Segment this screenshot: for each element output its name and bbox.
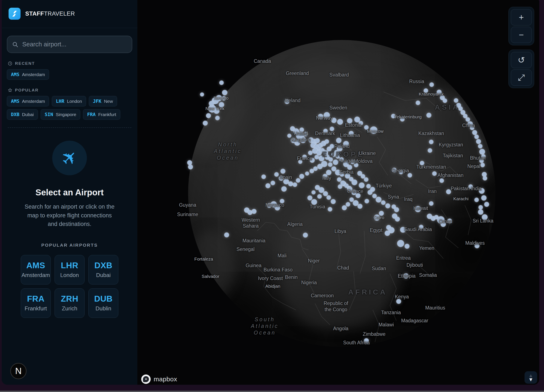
airport-dot[interactable] <box>287 134 291 138</box>
airport-dot[interactable] <box>307 196 312 200</box>
airport-dot[interactable] <box>364 338 369 343</box>
airport-dot[interactable] <box>336 138 341 143</box>
airport-dot[interactable] <box>415 206 421 212</box>
airport-dot[interactable] <box>392 168 396 173</box>
airport-dot[interactable] <box>394 207 399 212</box>
airport-dot[interactable] <box>348 187 352 191</box>
airport-dot[interactable] <box>478 209 483 215</box>
search-input[interactable] <box>22 40 127 48</box>
airport-dot[interactable] <box>391 114 396 118</box>
airport-dot[interactable] <box>424 88 428 93</box>
airport-dot[interactable] <box>339 157 344 161</box>
airport-dot[interactable] <box>437 90 442 94</box>
airport-dot[interactable] <box>214 108 219 114</box>
airport-dot[interactable] <box>483 176 487 180</box>
airport-dot[interactable] <box>271 181 275 185</box>
airport-dot[interactable] <box>275 205 280 210</box>
airport-dot[interactable] <box>337 119 343 125</box>
airport-dot[interactable] <box>347 165 352 170</box>
fullscreen-button[interactable]: ⤢ <box>511 69 532 86</box>
airport-dot[interactable] <box>337 146 343 151</box>
zoom-in-button[interactable]: + <box>511 9 532 25</box>
airport-dot[interactable] <box>441 222 446 227</box>
airport-dot[interactable] <box>344 184 349 188</box>
airport-dot[interactable] <box>323 174 327 179</box>
airport-dot[interactable] <box>474 198 479 202</box>
popular-airport-card[interactable]: AMSAmsterdam <box>21 255 51 284</box>
airport-dot[interactable] <box>285 99 289 104</box>
airport-dot[interactable] <box>315 155 319 159</box>
airport-dot[interactable] <box>364 177 368 182</box>
airport-dot[interactable] <box>429 140 433 144</box>
airport-dot[interactable] <box>317 194 322 199</box>
airport-dot[interactable] <box>429 201 433 206</box>
airport-dot[interactable] <box>222 96 226 100</box>
airport-dot[interactable] <box>331 118 337 123</box>
airport-dot[interactable] <box>206 113 211 118</box>
airport-dot[interactable] <box>446 189 451 194</box>
airport-dot[interactable] <box>327 195 331 200</box>
airport-dot[interactable] <box>219 81 224 85</box>
popular-airport-card[interactable]: FRAFrankfurt <box>21 288 51 318</box>
airport-dot[interactable] <box>474 135 479 139</box>
popular-airport-card[interactable]: DUBDublin <box>88 288 118 318</box>
popular-airport-chip[interactable]: AMSAmsterdam <box>7 96 49 106</box>
airport-dot[interactable] <box>484 202 489 207</box>
airport-dot[interactable] <box>312 190 315 194</box>
airport-dot[interactable] <box>317 164 323 169</box>
airport-dot[interactable] <box>311 199 317 205</box>
airport-dot[interactable] <box>337 177 341 182</box>
airport-dot[interactable] <box>308 151 313 155</box>
airport-dot[interactable] <box>266 183 270 188</box>
airport-dot[interactable] <box>313 167 318 171</box>
airport-dot[interactable] <box>479 159 484 163</box>
airport-dot[interactable] <box>200 92 204 96</box>
airport-dot[interactable] <box>209 101 214 106</box>
airport-dot[interactable] <box>480 163 485 167</box>
airport-dot[interactable] <box>472 130 477 135</box>
airport-dot[interactable] <box>293 183 297 187</box>
airport-dot[interactable] <box>219 102 224 107</box>
airport-dot[interactable] <box>466 117 470 122</box>
airport-dot[interactable] <box>187 160 192 165</box>
popular-airport-card[interactable]: ZRHZurich <box>55 288 84 318</box>
airport-dot[interactable] <box>379 211 384 216</box>
airport-dot[interactable] <box>310 169 314 173</box>
airport-dot[interactable] <box>356 193 360 198</box>
airport-dot[interactable] <box>426 113 431 118</box>
airport-dot[interactable] <box>318 114 323 119</box>
airport-dot[interactable] <box>372 194 377 198</box>
airport-dot[interactable] <box>366 184 371 188</box>
scroll-indicator-button[interactable]: ▲ ▼ <box>525 371 537 384</box>
airport-dot[interactable] <box>443 98 447 103</box>
airport-dot[interactable] <box>454 98 458 103</box>
airport-dot[interactable] <box>323 129 328 133</box>
airport-dot[interactable] <box>280 199 284 203</box>
airport-dot[interactable] <box>330 144 334 148</box>
airport-dot[interactable] <box>252 209 256 214</box>
airport-dot[interactable] <box>385 231 390 236</box>
airport-dot[interactable] <box>215 116 219 120</box>
airport-dot[interactable] <box>349 131 354 136</box>
airport-dot[interactable] <box>343 141 349 147</box>
airport-dot[interactable] <box>310 158 315 163</box>
airport-dot[interactable] <box>324 112 330 118</box>
airport-dot[interactable] <box>298 160 302 164</box>
airport-dot[interactable] <box>364 125 368 130</box>
airport-dot[interactable] <box>299 174 304 179</box>
airport-dot[interactable] <box>291 138 296 143</box>
airport-dot[interactable] <box>329 157 333 161</box>
airport-dot[interactable] <box>330 127 334 131</box>
airport-dot[interactable] <box>403 273 408 278</box>
airport-dot[interactable] <box>323 191 328 196</box>
airport-dot[interactable] <box>300 137 306 143</box>
airport-dot[interactable] <box>400 117 404 121</box>
popular-airport-chip[interactable]: JFKNew <box>89 96 117 106</box>
airport-dot[interactable] <box>315 138 320 143</box>
airport-dot[interactable] <box>475 243 479 248</box>
airport-dot[interactable] <box>399 170 403 174</box>
airport-dot[interactable] <box>331 199 336 204</box>
airport-dot[interactable] <box>481 154 485 159</box>
airport-dot[interactable] <box>305 172 309 175</box>
airport-dot[interactable] <box>349 197 354 202</box>
